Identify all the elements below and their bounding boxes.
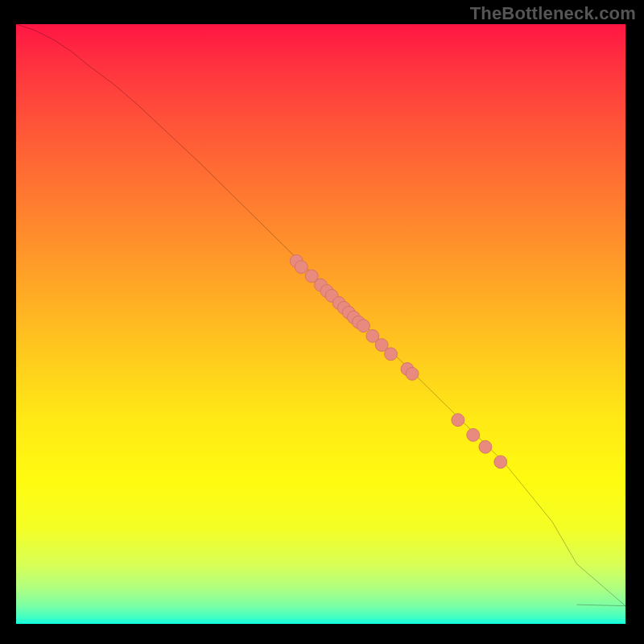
frame-left bbox=[0, 0, 16, 644]
marker-group bbox=[290, 254, 506, 468]
frame-right bbox=[625, 0, 644, 644]
marker-dot bbox=[479, 440, 492, 453]
watermark-text: TheBottleneck.com bbox=[470, 3, 636, 24]
marker-dot bbox=[406, 367, 419, 380]
marker-dot bbox=[467, 428, 480, 441]
curve-tail bbox=[576, 605, 625, 605]
marker-dot bbox=[494, 456, 507, 469]
frame-bottom bbox=[0, 624, 644, 644]
curve-line bbox=[16, 24, 625, 606]
chart-stage: TheBottleneck.com bbox=[0, 0, 644, 644]
marker-dot bbox=[357, 320, 370, 332]
plot-area bbox=[16, 24, 625, 624]
marker-dot bbox=[385, 348, 398, 361]
chart-overlay bbox=[16, 24, 625, 624]
marker-dot bbox=[452, 414, 464, 427]
marker-dot bbox=[295, 261, 308, 274]
